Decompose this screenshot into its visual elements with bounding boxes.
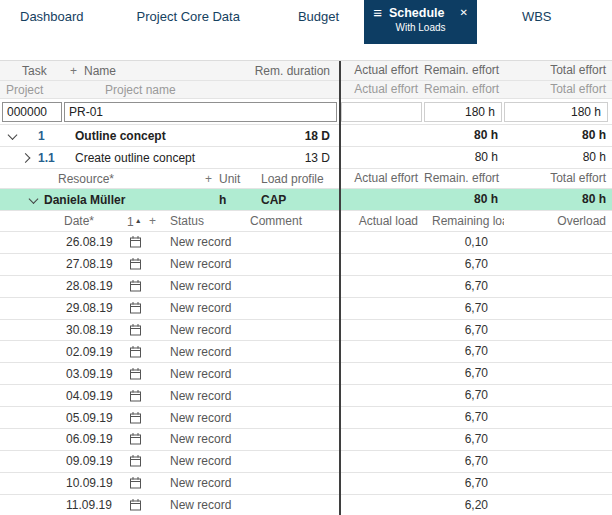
calendar-icon[interactable] (129, 477, 142, 490)
resource-name-cell[interactable]: Daniela Müller (44, 189, 125, 210)
project-actual-effort-cell[interactable] (341, 102, 422, 122)
actual-load-cell[interactable] (341, 254, 424, 275)
tab-wbs[interactable]: WBS (522, 0, 552, 34)
date-cell[interactable]: 27.08.19 (66, 254, 113, 275)
remaining-load-cell[interactable]: 6,70 (424, 473, 504, 494)
resource-row[interactable]: Daniela Müller h CAP 80 h 80 h (0, 189, 612, 211)
col-total-effort[interactable]: Total effort (504, 169, 612, 188)
chevron-right-icon[interactable] (21, 153, 31, 163)
actual-load-cell[interactable] (341, 429, 424, 450)
rem-duration-cell[interactable]: 13 D (305, 147, 330, 168)
date-cell[interactable]: 30.08.19 (66, 320, 113, 341)
load-profile-cell[interactable]: CAP (261, 189, 286, 210)
close-tab-icon[interactable]: ✕ (459, 8, 467, 18)
date-cell[interactable]: 10.09.19 (66, 473, 113, 494)
col-total-effort[interactable]: Total effort (504, 61, 612, 80)
date-cell[interactable]: 28.08.19 (66, 276, 113, 297)
calendar-icon[interactable] (129, 433, 142, 446)
overload-cell[interactable] (504, 429, 612, 450)
overload-cell[interactable] (504, 451, 612, 472)
date-cell[interactable]: 11.09.19 (66, 495, 112, 515)
actual-load-cell[interactable] (341, 385, 424, 406)
remain-effort-cell[interactable]: 80 h (424, 189, 504, 210)
overload-cell[interactable] (504, 407, 612, 428)
tab-dashboard[interactable]: Dashboard (20, 0, 84, 34)
task-number-cell[interactable]: 1 (38, 125, 45, 146)
add-task-icon[interactable]: + (70, 61, 77, 80)
col-actual-effort[interactable]: Actual effort (341, 169, 424, 188)
overload-cell[interactable] (504, 254, 612, 275)
remaining-load-cell[interactable]: 6,20 (424, 495, 504, 515)
actual-load-cell[interactable] (341, 363, 424, 384)
date-cell[interactable]: 05.09.19 (66, 407, 113, 428)
total-effort-cell[interactable]: 80 h (504, 147, 612, 168)
actual-load-cell[interactable] (341, 473, 424, 494)
remaining-load-cell[interactable]: 6,70 (424, 341, 504, 362)
project-name-input[interactable] (64, 102, 337, 122)
actual-load-cell[interactable] (341, 298, 424, 319)
col-unit[interactable]: Unit (219, 169, 240, 188)
remaining-load-cell[interactable]: 6,70 (424, 429, 504, 450)
calendar-icon[interactable] (129, 236, 142, 249)
tab-budget[interactable]: Budget (298, 0, 339, 34)
date-cell[interactable]: 26.08.19 (66, 232, 113, 253)
remaining-load-cell[interactable]: 6,70 (424, 298, 504, 319)
col-resource[interactable]: Resource* (58, 169, 114, 188)
col-comment[interactable]: Comment (250, 211, 302, 231)
col-remain-effort[interactable]: Remain. effort (424, 169, 504, 188)
tab-project-core-data[interactable]: Project Core Data (137, 0, 240, 34)
date-cell[interactable]: 09.09.19 (66, 451, 113, 472)
date-cell[interactable]: 03.09.19 (66, 363, 113, 384)
col-rem-duration[interactable]: Rem. duration (255, 61, 330, 80)
remaining-load-cell[interactable]: 6,70 (424, 451, 504, 472)
remaining-load-cell[interactable]: 6,70 (424, 254, 504, 275)
actual-load-cell[interactable] (341, 495, 424, 515)
calendar-icon[interactable] (129, 324, 142, 337)
overload-cell[interactable] (504, 385, 612, 406)
overload-cell[interactable] (504, 495, 612, 515)
task-number-cell[interactable]: 1.1 (38, 147, 55, 168)
remaining-load-cell[interactable]: 0,10 (424, 232, 504, 253)
actual-load-cell[interactable] (341, 276, 424, 297)
chevron-down-icon[interactable] (29, 194, 39, 204)
add-load-row-icon[interactable]: + (149, 211, 156, 231)
remaining-load-cell[interactable]: 6,70 (424, 385, 504, 406)
project-remain-effort-cell[interactable]: 180 h (424, 102, 502, 122)
col-actual-load[interactable]: Actual load (341, 211, 424, 231)
task-name-cell[interactable]: Outline concept (75, 125, 166, 146)
tab-schedule[interactable]: ≡ Schedule ✕ With Loads (364, 0, 477, 44)
overload-cell[interactable] (504, 276, 612, 297)
date-cell[interactable]: 06.09.19 (66, 429, 113, 450)
project-total-effort-cell[interactable]: 180 h (504, 102, 608, 122)
add-resource-icon[interactable]: + (205, 169, 212, 188)
chevron-down-icon[interactable] (8, 130, 18, 140)
overload-cell[interactable] (504, 363, 612, 384)
actual-effort-cell[interactable] (341, 189, 424, 210)
actual-effort-cell[interactable] (341, 125, 424, 146)
col-status[interactable]: Status (170, 211, 204, 231)
calendar-icon[interactable] (129, 302, 142, 315)
actual-effort-cell[interactable] (341, 147, 424, 168)
calendar-icon[interactable] (129, 258, 142, 271)
remaining-load-cell[interactable]: 6,70 (424, 407, 504, 428)
remain-effort-cell[interactable]: 80 h (424, 147, 504, 168)
col-date[interactable]: Date* (64, 211, 94, 231)
calendar-icon[interactable] (129, 455, 142, 468)
col-actual-effort[interactable]: Actual effort (341, 61, 424, 80)
remain-effort-cell[interactable]: 80 h (424, 125, 504, 146)
overload-cell[interactable] (504, 473, 612, 494)
total-effort-cell[interactable]: 80 h (504, 189, 612, 210)
col-overload[interactable]: Overload (504, 211, 612, 231)
remaining-load-cell[interactable]: 6,70 (424, 320, 504, 341)
calendar-icon[interactable] (129, 499, 142, 512)
project-id-input[interactable] (2, 102, 62, 122)
actual-load-cell[interactable] (341, 320, 424, 341)
col-name[interactable]: Name (84, 61, 116, 80)
remaining-load-cell[interactable]: 6,70 (424, 276, 504, 297)
actual-load-cell[interactable] (341, 407, 424, 428)
actual-load-cell[interactable] (341, 451, 424, 472)
calendar-icon[interactable] (129, 280, 142, 293)
overload-cell[interactable] (504, 298, 612, 319)
calendar-icon[interactable] (129, 345, 142, 358)
overload-cell[interactable] (504, 232, 612, 253)
